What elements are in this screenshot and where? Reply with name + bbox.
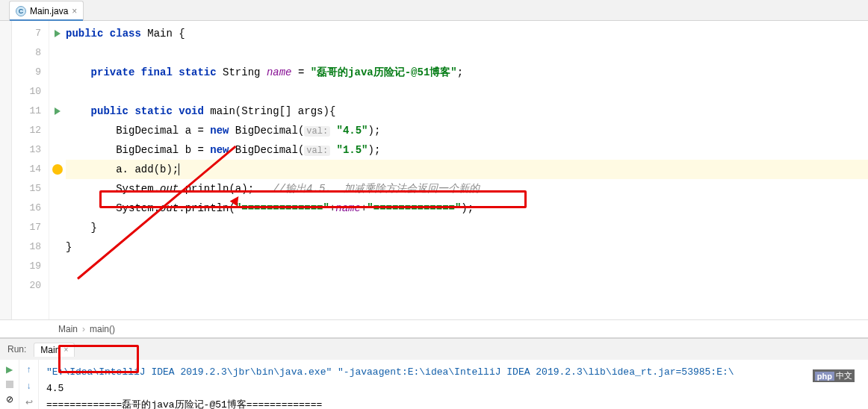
editor-tab-bar: C Main.java × xyxy=(0,0,868,21)
code-line: private final static String name = "磊哥的j… xyxy=(66,63,868,82)
code-line: BigDecimal a = new BigDecimal(val: "4.5"… xyxy=(66,121,868,140)
close-icon[interactable]: × xyxy=(63,346,68,354)
run-label: Run: xyxy=(7,344,26,355)
console-line: =============磊哥的java历险记-@51博客===========… xyxy=(46,397,861,409)
line-number: 12 xyxy=(12,121,41,140)
run-panel-header: Run: Main × xyxy=(0,339,868,360)
console-output[interactable]: "E:\Idea\IntelliJ IDEA 2019.2.3\jbr\bin\… xyxy=(39,360,868,409)
run-toolbar-nav: ↑ ↓ ↩ xyxy=(19,360,39,409)
run-line-icon[interactable] xyxy=(55,30,61,37)
code-editor[interactable]: public class Main { private final static… xyxy=(66,21,868,319)
code-line-highlighted: a. add(b); xyxy=(66,160,868,179)
line-number-gutter: 7 8 9 10 11 12 13 14 15 16 17 18 19 20 xyxy=(12,21,49,319)
watermark-badge: php 中文 xyxy=(813,369,855,382)
code-line xyxy=(66,276,868,296)
line-number: 9 xyxy=(12,63,41,82)
code-line: public static void main(String[] args){ xyxy=(66,102,868,121)
breadcrumb: Main › main() xyxy=(0,319,868,337)
left-gutter-strip xyxy=(0,21,12,319)
stop-icon[interactable] xyxy=(6,381,13,388)
code-line: System.out.println(a); //输出4.5. 加减乘除方法会返… xyxy=(66,179,868,199)
line-number: 18 xyxy=(12,237,41,257)
line-number: 10 xyxy=(12,82,41,102)
line-number: 16 xyxy=(12,199,41,218)
line-number: 19 xyxy=(12,257,41,276)
breadcrumb-item[interactable]: Main xyxy=(58,324,78,334)
line-number: 8 xyxy=(12,43,41,63)
down-icon[interactable]: ↓ xyxy=(24,381,34,391)
gutter-icon-column xyxy=(49,21,66,319)
breadcrumb-item[interactable]: main() xyxy=(90,324,115,334)
code-line: BigDecimal b = new BigDecimal(val: "1.5"… xyxy=(66,140,868,160)
up-icon[interactable]: ↑ xyxy=(24,364,34,375)
line-number: 15 xyxy=(12,179,41,199)
run-toolbar-left: ▶ ⊘ xyxy=(0,360,19,409)
chevron-right-icon: › xyxy=(82,324,85,334)
code-line: } xyxy=(66,218,868,237)
code-line xyxy=(66,43,868,63)
watermark-text: 中文 xyxy=(836,370,852,381)
console-command-line: "E:\Idea\IntelliJ IDEA 2019.2.3\jbr\bin\… xyxy=(46,364,861,381)
exit-icon[interactable]: ⊘ xyxy=(4,394,15,405)
run-line-icon[interactable] xyxy=(55,107,61,115)
java-class-icon: C xyxy=(16,6,26,16)
rerun-icon[interactable]: ▶ xyxy=(4,364,15,375)
line-number: 17 xyxy=(12,218,41,237)
line-number: 7 xyxy=(12,24,41,43)
file-tab-main-java[interactable]: C Main.java × xyxy=(9,1,84,20)
line-number: 13 xyxy=(12,140,41,160)
intention-bulb-icon[interactable] xyxy=(52,164,63,175)
code-line: } xyxy=(66,237,868,257)
file-tab-label: Main.java xyxy=(30,6,68,16)
php-logo-text: php xyxy=(815,372,834,381)
code-line xyxy=(66,257,868,276)
code-line: public class Main { xyxy=(66,24,868,43)
line-number: 14 xyxy=(12,160,41,179)
editor-area: 7 8 9 10 11 12 13 14 15 16 17 18 19 20 p… xyxy=(0,21,868,319)
run-panel: Run: Main × ▶ ⊘ ↑ ↓ ↩ "E:\Idea\IntelliJ … xyxy=(0,337,868,409)
close-icon[interactable]: × xyxy=(72,6,77,16)
line-number: 20 xyxy=(12,276,41,296)
code-line xyxy=(66,82,868,102)
run-config-tab[interactable]: Main × xyxy=(34,343,75,357)
code-line: System.out.println("============="+name+… xyxy=(66,199,868,218)
line-number: 11 xyxy=(12,102,41,121)
run-body: ▶ ⊘ ↑ ↓ ↩ "E:\Idea\IntelliJ IDEA 2019.2.… xyxy=(0,360,868,409)
soft-wrap-icon[interactable]: ↩ xyxy=(24,397,34,408)
run-tab-label: Main xyxy=(40,345,60,355)
console-line: 4.5 xyxy=(46,381,861,397)
